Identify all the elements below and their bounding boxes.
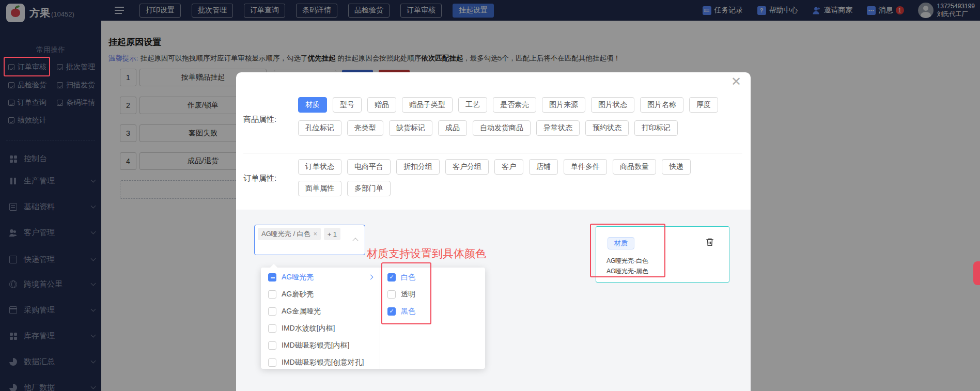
checkbox-icon[interactable] <box>268 324 276 333</box>
attr-tag-gift[interactable]: 赠品 <box>367 97 396 113</box>
checked-checkbox-icon[interactable] <box>387 273 396 281</box>
attr-tag-craft[interactable]: 工艺 <box>458 97 487 113</box>
option-ag-frosted-shell[interactable]: AG磨砂壳 <box>261 286 380 303</box>
material-multiselect[interactable]: AG哑光壳 / 白色× + 1 <box>254 225 365 255</box>
app-window: 方果 (10452) 常用操作 订单审核 批次管理 品检验货 扫描发货 订单查询… <box>0 0 980 391</box>
attr-tag-discount-group[interactable]: 折扣分组 <box>396 159 440 175</box>
option-imd-magnetic-creative[interactable]: IMD磁吸彩银壳[创意对孔] <box>261 354 380 371</box>
condition-result-card: 材质 AG哑光壳-白色 AG哑光壳-黑色 <box>596 226 729 283</box>
product-attr-label: 商品属性: <box>243 115 276 124</box>
attr-tag-shell-type[interactable]: 壳类型 <box>347 120 383 136</box>
attr-tag-image-status[interactable]: 图片状态 <box>591 97 634 113</box>
attr-tag-shop[interactable]: 店铺 <box>529 159 558 175</box>
condition-value-2: AG哑光壳-黑色 <box>606 266 648 276</box>
attr-tag-customer-group[interactable]: 客户分组 <box>445 159 489 175</box>
material-dropdown: AG哑光壳 AG磨砂壳 AG金属哑光 IMD水波纹[内框] IMD磁吸彩银壳[内… <box>261 268 485 369</box>
attr-tag-image-name[interactable]: 图片名称 <box>640 97 683 113</box>
attr-tag-image-source[interactable]: 图片来源 <box>542 97 585 113</box>
product-attr-row1: 材质 型号 赠品 赠品子类型 工艺 是否素壳 图片来源 图片状态 图片名称 厚度 <box>298 97 718 113</box>
product-attr-row2: 孔位标记 壳类型 缺货标记 成品 自动发货商品 异常状态 预约状态 打印标记 <box>298 120 678 136</box>
attr-tag-model[interactable]: 型号 <box>333 97 362 113</box>
option-imd-water-ripple[interactable]: IMD水波纹[内框] <box>261 320 380 337</box>
option-ag-metal-matte[interactable]: AG金属哑光 <box>261 303 380 320</box>
floating-help-tab[interactable] <box>973 261 980 285</box>
indeterminate-checkbox-icon[interactable] <box>268 273 276 281</box>
attr-tag-material[interactable]: 材质 <box>298 97 327 113</box>
checkbox-icon[interactable] <box>387 290 396 299</box>
option-color-black[interactable]: 黑色 <box>380 303 485 320</box>
attr-tag-auto-ship[interactable]: 自动发货商品 <box>473 120 531 136</box>
attr-tag-print-mark[interactable]: 打印标记 <box>634 120 678 136</box>
modal-divider <box>243 153 742 153</box>
checkbox-icon[interactable] <box>268 290 276 299</box>
attr-tag-abnormal[interactable]: 异常状态 <box>536 120 580 136</box>
option-color-transparent[interactable]: 透明 <box>380 286 485 303</box>
attr-tag-express[interactable]: 快递 <box>662 159 691 175</box>
attr-tag-thickness[interactable]: 厚度 <box>689 97 718 113</box>
more-count-chip: + 1 <box>324 228 340 240</box>
attr-tag-platform[interactable]: 电商平台 <box>347 159 391 175</box>
checkbox-icon[interactable] <box>268 358 276 367</box>
condition-type-tag: 材质 <box>608 237 634 249</box>
checked-checkbox-icon[interactable] <box>387 307 396 316</box>
close-icon[interactable]: ✕ <box>731 75 741 88</box>
attr-tag-single-multi[interactable]: 单件多件 <box>564 159 607 175</box>
checkbox-icon[interactable] <box>268 307 276 316</box>
attr-tag-waybill[interactable]: 面单属性 <box>298 181 341 196</box>
attr-tag-order-status[interactable]: 订单状态 <box>298 159 341 175</box>
chevron-up-icon <box>352 238 358 243</box>
attr-tag-plain-shell[interactable]: 是否素壳 <box>493 97 536 113</box>
condition-value-1: AG哑光壳-白色 <box>606 256 648 266</box>
option-color-white[interactable]: 白色 <box>380 269 485 286</box>
attr-tag-finished[interactable]: 成品 <box>438 120 467 136</box>
attr-tag-multi-dept[interactable]: 多部门单 <box>347 181 391 196</box>
selected-chip: AG哑光壳 / 白色× <box>258 228 321 240</box>
remove-chip-icon[interactable]: × <box>314 230 317 238</box>
order-attr-label: 订单属性: <box>243 174 276 183</box>
attr-tag-hole-mark[interactable]: 孔位标记 <box>298 120 341 136</box>
color-options-column: 白色 透明 黑色 <box>380 268 485 369</box>
checkbox-icon[interactable] <box>268 341 276 350</box>
material-options-column: AG哑光壳 AG磨砂壳 AG金属哑光 IMD水波纹[内框] IMD磁吸彩银壳[内… <box>261 268 380 369</box>
order-attr-row2: 面单属性 多部门单 <box>298 181 391 196</box>
option-imd-magnetic-inner[interactable]: IMD磁吸彩银壳[内框] <box>261 337 380 354</box>
attr-tag-reserve[interactable]: 预约状态 <box>585 120 629 136</box>
option-ag-matte-shell[interactable]: AG哑光壳 <box>261 269 380 286</box>
chevron-right-icon <box>368 275 374 280</box>
attr-tag-gift-subtype[interactable]: 赠品子类型 <box>402 97 453 113</box>
order-attr-row1: 订单状态 电商平台 折扣分组 客户分组 客户 店铺 单件多件 商品数量 快递 <box>298 159 691 175</box>
trash-icon[interactable] <box>705 237 714 249</box>
attr-tag-oos-mark[interactable]: 缺货标记 <box>389 120 432 136</box>
attr-tag-item-count[interactable]: 商品数量 <box>613 159 656 175</box>
attr-tag-customer[interactable]: 客户 <box>494 159 523 175</box>
